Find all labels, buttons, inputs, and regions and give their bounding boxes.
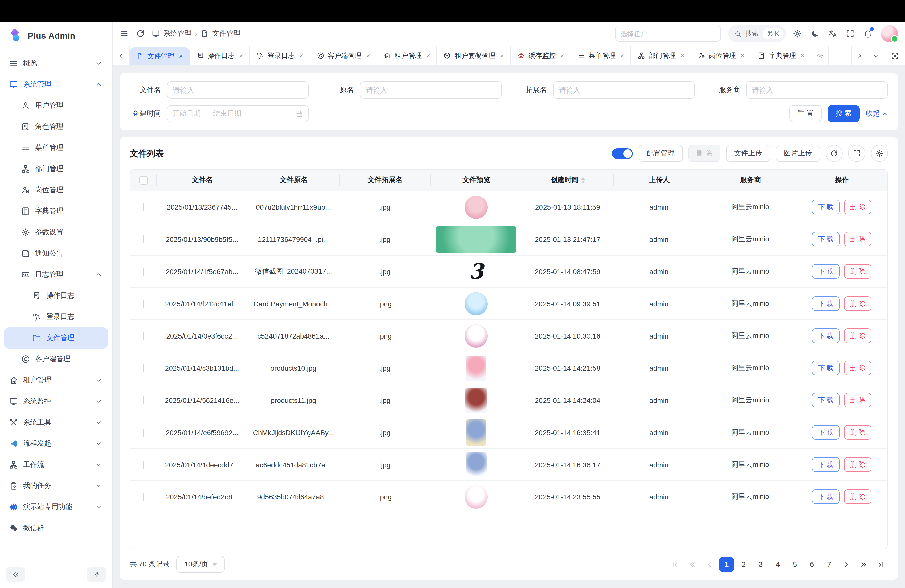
select-all-checkbox[interactable] [139,176,148,184]
page-2-button[interactable]: 2 [736,557,751,572]
sidebar-item-客户端管理[interactable]: 客户端管理 [4,348,108,370]
column-header-上传人[interactable]: 上传人 [613,174,705,186]
file-preview-thumbnail[interactable] [465,324,488,347]
row-checkbox[interactable] [143,396,144,404]
tab-岗位管理[interactable]: 岗位管理× [691,46,751,65]
row-checkbox[interactable] [143,332,144,340]
sidebar-item-角色管理[interactable]: 角色管理 [4,116,108,137]
download-button[interactable]: 下 载 [812,296,840,311]
reset-button[interactable]: 重 置 [789,105,822,122]
sidebar-pin-button[interactable] [87,567,106,582]
sort-icon[interactable] [581,177,585,183]
row-checkbox[interactable] [143,300,144,308]
image-upload-button[interactable]: 图片上传 [776,145,820,162]
tab-clipped[interactable] [811,46,829,65]
config-manage-button[interactable]: 配置管理 [638,145,683,162]
download-button[interactable]: 下 载 [812,361,840,375]
sidebar-item-操作日志[interactable]: 操作日志 [4,285,108,306]
sidebar-toggle-icon[interactable] [120,29,129,38]
delete-button[interactable]: 删 除 [844,200,872,214]
tab-登录日志[interactable]: 登录日志× [250,46,310,65]
close-icon[interactable]: × [426,52,430,59]
download-button[interactable]: 下 载 [812,489,840,504]
refresh-icon[interactable] [136,29,145,38]
sidebar-item-参数设置[interactable]: 参数设置 [4,222,108,243]
sidebar-item-日志管理[interactable]: 日志管理 [4,264,108,285]
page-1-button[interactable]: 1 [719,557,734,572]
collapse-filters-link[interactable]: 收起 [866,109,888,118]
column-header-操作[interactable]: 操作 [796,174,888,186]
jump-back-button[interactable] [685,557,700,572]
tab-字典管理[interactable]: 字典管理× [751,46,811,65]
download-button[interactable]: 下 载 [812,232,840,246]
page-size-select[interactable]: 10条/页 [177,556,225,573]
sidebar-item-流程发起[interactable]: 流程发起 [4,433,108,454]
file-preview-thumbnail[interactable] [465,388,487,413]
language-translate-icon[interactable] [828,29,837,38]
tabs-scroll-right-button[interactable] [852,46,868,65]
page-3-button[interactable]: 3 [753,557,768,572]
file-preview-thumbnail[interactable] [466,355,486,380]
delete-button[interactable]: 删 除 [844,329,872,343]
brand[interactable]: Plus Admin [0,22,112,49]
file-preview-thumbnail[interactable] [465,452,487,477]
row-checkbox[interactable] [143,267,144,275]
close-icon[interactable]: × [239,52,243,59]
download-button[interactable]: 下 载 [812,393,840,407]
download-button[interactable]: 下 载 [812,457,840,472]
sidebar-item-工作流[interactable]: 工作流 [4,454,108,475]
settings-gear-icon[interactable] [793,29,802,38]
date-range-picker[interactable]: 开始日期 → 结束日期 [167,105,309,122]
tenant-select-input[interactable] [615,25,721,42]
close-icon[interactable]: × [560,52,564,59]
tab-缓存监控[interactable]: 缓存监控× [511,46,571,65]
sidebar-item-用户管理[interactable]: 用户管理 [4,95,108,116]
download-button[interactable]: 下 载 [812,264,840,279]
page-6-button[interactable]: 6 [805,557,819,572]
column-header-服务商[interactable]: 服务商 [705,174,796,186]
row-checkbox[interactable] [143,428,144,436]
table-expand-button[interactable] [848,145,865,162]
previous-page-button[interactable] [702,557,717,572]
sidebar-item-微信群[interactable]: 微信群 [4,518,108,539]
content-fullscreen-button[interactable] [884,46,905,65]
page-5-button[interactable]: 5 [788,557,802,572]
user-avatar[interactable] [881,25,898,42]
row-checkbox[interactable] [143,493,144,501]
search-button[interactable]: 搜 索 [827,105,860,122]
provider-input[interactable] [746,81,888,99]
sidebar-item-部门管理[interactable]: 部门管理 [4,159,108,180]
page-4-button[interactable]: 4 [770,557,785,572]
file-preview-thumbnail[interactable] [465,485,488,508]
table-refresh-button[interactable] [826,145,843,162]
dark-mode-moon-icon[interactable] [810,29,819,38]
file-preview-thumbnail[interactable]: 3 [460,258,492,284]
close-icon[interactable]: × [801,52,805,59]
last-page-button[interactable] [873,557,888,572]
original-name-input[interactable] [360,81,502,99]
sidebar-item-租户管理[interactable]: 租户管理 [4,370,108,391]
jump-forward-button[interactable] [856,557,871,572]
tab-菜单管理[interactable]: 菜单管理× [571,46,631,65]
sidebar-item-通知公告[interactable]: 通知公告 [4,243,108,264]
close-icon[interactable]: × [366,52,370,59]
file-preview-thumbnail[interactable] [465,195,488,219]
sidebar-item-概览[interactable]: 概览 [4,53,108,74]
page-7-button[interactable]: 7 [822,557,837,572]
sidebar-item-菜单管理[interactable]: 菜单管理 [4,137,108,159]
sidebar-item-系统管理[interactable]: 系统管理 [4,74,108,95]
column-header-文件拓展名[interactable]: 文件拓展名 [339,174,430,186]
sidebar-item-登录日志[interactable]: 登录日志 [4,306,108,327]
row-checkbox[interactable] [143,461,144,469]
extension-input[interactable] [553,81,695,99]
next-page-button[interactable] [838,557,854,572]
filename-input[interactable] [167,81,309,99]
close-icon[interactable]: × [299,52,303,59]
sidebar-item-演示站专用功能[interactable]: 演示站专用功能 [4,496,108,518]
close-icon[interactable]: × [620,52,624,59]
tab-租户套餐管理[interactable]: 租户套餐管理× [437,46,511,65]
tab-部门管理[interactable]: 部门管理× [631,46,691,65]
row-checkbox[interactable] [143,235,144,243]
close-icon[interactable]: × [681,52,684,59]
delete-button[interactable]: 删 除 [844,264,872,279]
